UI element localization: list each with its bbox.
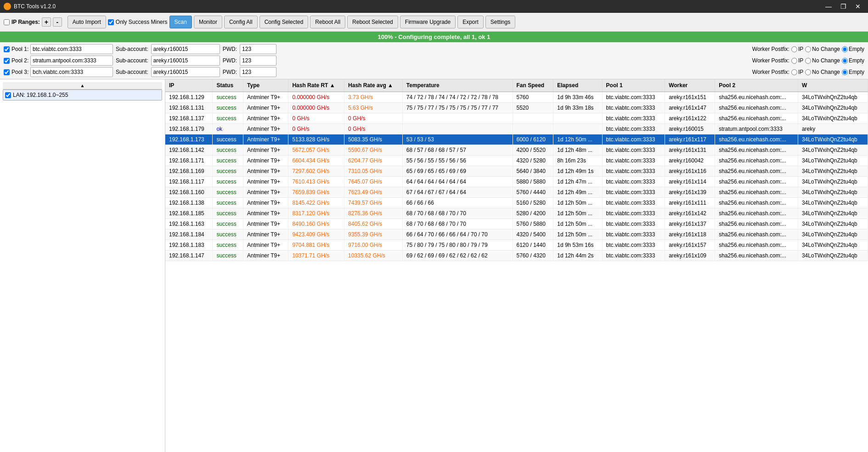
export-button[interactable]: Export [457, 16, 484, 28]
col-header-elapsed[interactable]: Elapsed [553, 79, 602, 92]
table-row[interactable]: 192.168.1.173 success Antminer T9+ 5133.… [165, 134, 868, 145]
cell-fan: 5640 / 3840 [513, 166, 553, 177]
remove-ip-button[interactable]: - [53, 17, 62, 27]
pwd-input-1[interactable] [240, 44, 276, 54]
table-row[interactable]: 192.168.1.129 success Antminer T9+ 0.000… [165, 92, 868, 103]
auto-import-button[interactable]: Auto Import [68, 16, 106, 28]
col-header-type[interactable]: Type [243, 79, 288, 92]
wp-ip-radio-3[interactable] [791, 69, 797, 75]
lan-item[interactable]: LAN: 192.168.1.0~255 [3, 89, 162, 100]
cell-fan: 5760 [513, 92, 553, 103]
pool-checkbox-2[interactable] [4, 58, 10, 64]
pool-label-1[interactable]: Pool 1: [4, 46, 28, 52]
wp-empty-label-1[interactable]: Empty [842, 46, 864, 52]
table-row[interactable]: 192.168.1.131 success Antminer T9+ 0.000… [165, 103, 868, 113]
table-row[interactable]: 192.168.1.171 success Antminer T9+ 6604.… [165, 156, 868, 166]
add-ip-button[interactable]: + [42, 17, 51, 27]
minimize-button[interactable]: — [822, 0, 835, 13]
wp-nochange-radio-2[interactable] [805, 58, 811, 64]
wp-ip-radio-2[interactable] [791, 58, 797, 64]
table-row[interactable]: 192.168.1.137 success Antminer T9+ 0 GH/… [165, 113, 868, 124]
table-row[interactable]: 192.168.1.147 success Antminer T9+ 10371… [165, 251, 868, 261]
wp-empty-radio-2[interactable] [842, 58, 848, 64]
firmware-upgrade-button[interactable]: Firmware Upgrade [400, 16, 456, 28]
col-header-hash-rate-avg[interactable]: Hash Rate avg ▲ [344, 79, 403, 92]
table-row[interactable]: 192.168.1.183 success Antminer T9+ 9704.… [165, 240, 868, 251]
table-row[interactable]: 192.168.1.138 success Antminer T9+ 8145.… [165, 198, 868, 208]
pool-checkbox-1[interactable] [4, 46, 10, 52]
pool-checkbox-3[interactable] [4, 69, 10, 75]
restore-button[interactable]: ❐ [837, 0, 850, 13]
col-header-pool-2[interactable]: Pool 2 [715, 79, 798, 92]
reboot-all-button[interactable]: Reboot All [310, 16, 345, 28]
wp-nochange-label-1[interactable]: No Change [805, 46, 840, 52]
table-row[interactable]: 192.168.1.179 ok Antminer T9+ 0 GH/s 0 G… [165, 124, 868, 134]
cell-hash-avg: 7623.49 GH/s [344, 187, 403, 198]
config-selected-button[interactable]: Config Selected [259, 16, 309, 28]
col-header-status[interactable]: Status [213, 79, 243, 92]
settings-button[interactable]: Settings [485, 16, 515, 28]
cell-ip: 192.168.1.117 [165, 177, 213, 187]
pool-url-input-3[interactable] [30, 67, 113, 77]
cell-fan: 5760 / 4440 [513, 187, 553, 198]
wp-nochange-label-3[interactable]: No Change [805, 69, 840, 75]
close-button[interactable]: ✕ [851, 0, 864, 13]
wp-ip-label-2[interactable]: IP [791, 57, 803, 64]
cell-pool1: btc.viabtc.com:3333 [602, 229, 665, 240]
cell-w: 34LoTWxihQnZ2tu4qb [798, 208, 868, 219]
wp-nochange-radio-1[interactable] [805, 46, 811, 52]
pool-label-3[interactable]: Pool 3: [4, 69, 28, 75]
wp-nochange-radio-3[interactable] [805, 69, 811, 75]
cell-fan [513, 113, 553, 124]
only-success-checkbox[interactable] [108, 19, 114, 25]
cell-elapsed: 1d 9h 53m 16s [553, 240, 602, 251]
sub-account-input-1[interactable] [151, 44, 220, 54]
cell-pool2: sha256.eu.nicehash.com:... [715, 240, 798, 251]
wp-empty-radio-3[interactable] [842, 69, 848, 75]
cell-ip: 192.168.1.160 [165, 187, 213, 198]
wp-ip-label-3[interactable]: IP [791, 69, 803, 75]
col-header-temperature[interactable]: Temperature [402, 79, 513, 92]
wp-empty-label-3[interactable]: Empty [842, 69, 864, 75]
col-header-hash-rate-rt[interactable]: Hash Rate RT ▲ [288, 79, 344, 92]
table-row[interactable]: 192.168.1.169 success Antminer T9+ 7297.… [165, 166, 868, 177]
cell-pool1: btc.viabtc.com:3333 [602, 208, 665, 219]
col-header-ip[interactable]: IP [165, 79, 213, 92]
table-row[interactable]: 192.168.1.185 success Antminer T9+ 8317.… [165, 208, 868, 219]
sub-account-input-3[interactable] [151, 67, 220, 77]
pool-url-input-1[interactable] [30, 44, 113, 54]
reboot-selected-button[interactable]: Reboot Selected [347, 16, 398, 28]
pwd-input-2[interactable] [240, 56, 276, 66]
wp-empty-radio-1[interactable] [842, 46, 848, 52]
table-row[interactable]: 192.168.1.184 success Antminer T9+ 9423.… [165, 229, 868, 240]
pwd-input-3[interactable] [240, 67, 276, 77]
sub-account-input-2[interactable] [151, 56, 220, 66]
col-header-fan-speed[interactable]: Fan Speed [513, 79, 553, 92]
only-success-label[interactable]: Only Success Miners [108, 19, 168, 25]
col-header-pool-1[interactable]: Pool 1 [602, 79, 665, 92]
table-row[interactable]: 192.168.1.117 success Antminer T9+ 7610.… [165, 177, 868, 187]
table-row[interactable]: 192.168.1.142 success Antminer T9+ 5672.… [165, 145, 868, 156]
cell-fan: 5760 / 5880 [513, 219, 553, 229]
lan-checkbox[interactable] [5, 92, 11, 98]
miners-table-area[interactable]: IPStatusTypeHash Rate RT ▲Hash Rate avg … [165, 79, 868, 452]
col-header-worker[interactable]: Worker [665, 79, 715, 92]
config-all-button[interactable]: Config All [224, 16, 258, 28]
wp-empty-label-2[interactable]: Empty [842, 57, 864, 64]
ip-checkbox[interactable] [4, 19, 10, 25]
wp-ip-label-1[interactable]: IP [791, 46, 803, 52]
pool-url-input-2[interactable] [30, 56, 113, 66]
wp-ip-radio-1[interactable] [791, 46, 797, 52]
cell-elapsed [553, 124, 602, 134]
collapse-button[interactable]: ▲ [3, 82, 162, 89]
cell-temp: 68 / 70 / 68 / 68 / 70 / 70 [402, 219, 513, 229]
table-row[interactable]: 192.168.1.160 success Antminer T9+ 7659.… [165, 187, 868, 198]
cell-worker: areky.r161x114 [665, 177, 715, 187]
pool-label-2[interactable]: Pool 2: [4, 57, 28, 64]
col-header-w[interactable]: W [798, 79, 868, 92]
scan-button[interactable]: Scan [169, 16, 192, 28]
cell-pool2: sha256.eu.nicehash.com:... [715, 251, 798, 261]
wp-nochange-label-2[interactable]: No Change [805, 57, 840, 64]
monitor-button[interactable]: Monitor [194, 16, 222, 28]
table-row[interactable]: 192.168.1.163 success Antminer T9+ 8490.… [165, 219, 868, 229]
